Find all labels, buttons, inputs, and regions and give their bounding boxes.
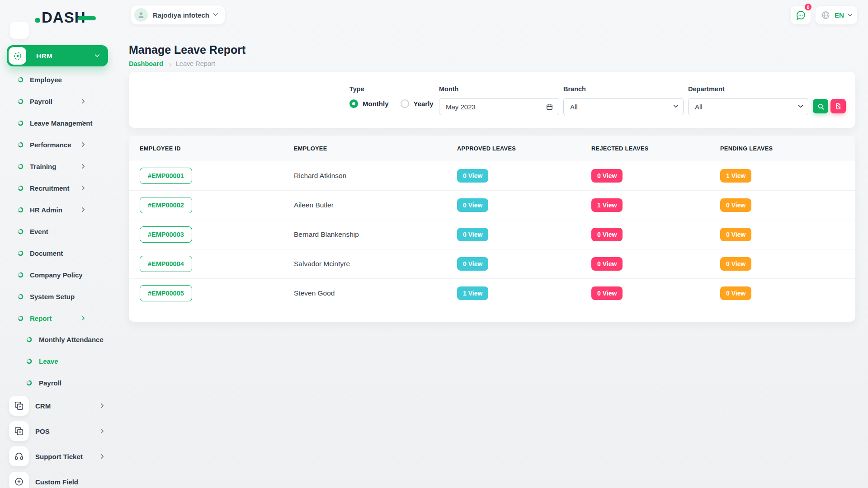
sidebar-item-system-setup[interactable]: System Setup: [0, 286, 116, 307]
chevron-down-icon: [798, 103, 803, 108]
table-row: #EMP00003 Bernard Blankenship 0 View 0 V…: [129, 220, 855, 249]
approved-leaves-view-badge[interactable]: 0 View: [457, 228, 488, 241]
hrm-module-icon: [13, 51, 23, 61]
sidebar-item-label: Monthly Attendance: [39, 336, 104, 343]
chevron-right-icon: [99, 403, 104, 408]
file-off-icon: [835, 103, 842, 110]
messages-button[interactable]: 0: [791, 6, 811, 24]
type-radio-group: Monthly Yearly: [349, 99, 445, 108]
table-row: #EMP00004 Salvador Mcintyre 0 View 0 Vie…: [129, 249, 855, 279]
approved-leaves-view-badge[interactable]: 0 View: [457, 257, 488, 271]
sidebar-app-label: Custom Field: [35, 478, 78, 486]
sidebar-item-payroll[interactable]: Payroll: [0, 90, 116, 112]
reset-filter-button[interactable]: [830, 99, 846, 113]
sidebar-app-label: POS: [35, 427, 50, 435]
approved-leaves-view-badge[interactable]: 1 View: [457, 286, 488, 300]
bullet-icon: [26, 336, 32, 342]
language-selector[interactable]: EN: [816, 6, 857, 24]
sidebar-subitem-payroll[interactable]: Payroll: [0, 372, 116, 394]
sidebar-app-support-ticket[interactable]: Support Ticket: [0, 446, 116, 467]
pending-leaves-view-badge[interactable]: 0 View: [720, 228, 751, 241]
bullet-icon: [18, 315, 24, 321]
sidebar-root-hrm[interactable]: HRM: [7, 45, 108, 66]
breadcrumb: Dashboard Leave Report: [129, 60, 215, 67]
sidebar-item-label: Report: [30, 314, 52, 322]
sidebar-item-label: Payroll: [30, 98, 52, 105]
windows-stack-icon: [14, 426, 24, 436]
sidebar-app-crm[interactable]: CRM: [0, 395, 116, 417]
sidebar-item-recruitment[interactable]: Recruitment: [0, 177, 116, 199]
sidebar-item-company-policy[interactable]: Company Policy: [0, 264, 116, 286]
employee-id-button[interactable]: #EMP00003: [140, 226, 192, 243]
bullet-icon: [18, 272, 24, 277]
sidebar-item-event[interactable]: Event: [0, 221, 116, 242]
page-title: Manage Leave Report: [129, 43, 245, 56]
employee-id-button[interactable]: #EMP00001: [140, 168, 192, 184]
sidebar-app-label: CRM: [35, 402, 51, 410]
bullet-icon: [18, 293, 24, 299]
department-select[interactable]: All: [688, 98, 808, 115]
sidebar-menu: Employee Payroll Leave Management Perfor…: [0, 69, 116, 329]
company-switcher[interactable]: Rajodiya infotech: [131, 5, 225, 24]
column-header-employee: EMPLOYEE: [294, 145, 457, 152]
company-avatar: [134, 8, 148, 22]
sidebar-app-pos[interactable]: POS: [0, 420, 116, 442]
department-label: Department: [688, 85, 725, 93]
bullet-icon: [18, 163, 24, 169]
table-row: #EMP00005 Steven Good 1 View 0 View 0 Vi…: [129, 279, 855, 308]
sidebar-subitem-monthly-attendance[interactable]: Monthly Attendance: [0, 328, 116, 350]
employee-name: Bernard Blankenship: [294, 230, 457, 239]
rejected-leaves-view-badge[interactable]: 0 View: [591, 257, 623, 271]
language-code: EN: [835, 11, 844, 19]
employee-id-button[interactable]: #EMP00005: [140, 285, 192, 301]
pending-leaves-view-badge[interactable]: 0 View: [720, 286, 751, 300]
chevron-right-icon: [99, 454, 104, 459]
column-header-approved-leaves: APPROVED LEAVES: [457, 145, 591, 152]
sidebar-item-document[interactable]: Document: [0, 242, 116, 264]
sidebar-item-label: Event: [30, 228, 48, 235]
pending-leaves-view-badge[interactable]: 0 View: [720, 257, 751, 271]
sidebar-item-training[interactable]: Training: [0, 155, 116, 177]
search-button[interactable]: [813, 99, 828, 113]
rejected-leaves-view-badge[interactable]: 1 View: [591, 198, 623, 212]
hrm-label: HRM: [36, 52, 52, 60]
branch-value: All: [570, 103, 674, 111]
chevron-right-icon: [80, 207, 85, 212]
employee-id-button[interactable]: #EMP00002: [140, 197, 192, 213]
bullet-icon: [18, 98, 24, 104]
radio-yearly-label: Yearly: [414, 100, 434, 108]
pending-leaves-view-badge[interactable]: 0 View: [720, 198, 751, 212]
breadcrumb-dashboard-link[interactable]: Dashboard: [129, 60, 163, 67]
user-icon: [136, 10, 146, 20]
headset-icon: [14, 451, 24, 461]
sidebar-item-leave-management[interactable]: Leave Management: [0, 112, 116, 134]
month-input[interactable]: May 2023: [439, 98, 559, 115]
month-value: May 2023: [446, 103, 546, 111]
sidebar-item-report[interactable]: Report: [0, 307, 116, 329]
sidebar-subitem-leave[interactable]: Leave: [0, 350, 116, 372]
hrm-icon-box: [9, 47, 26, 65]
filter-card: Type Monthly Yearly Month May 2023 Branc…: [129, 72, 855, 128]
rejected-leaves-view-badge[interactable]: 0 View: [591, 228, 623, 241]
sidebar-item-performance[interactable]: Performance: [0, 134, 116, 155]
rejected-leaves-view-badge[interactable]: 0 View: [591, 169, 623, 183]
rejected-leaves-view-badge[interactable]: 0 View: [591, 286, 623, 300]
sidebar-item-label: Leave: [39, 357, 58, 365]
column-header-employee-id: EMPLOYEE ID: [140, 145, 294, 152]
custom-field-icon-box: [9, 472, 29, 488]
approved-leaves-view-badge[interactable]: 0 View: [457, 169, 488, 183]
sidebar-item-hr-admin[interactable]: HR Admin: [0, 199, 116, 221]
radio-monthly[interactable]: [349, 99, 358, 108]
pending-leaves-view-badge[interactable]: 1 View: [720, 169, 751, 183]
bullet-icon: [26, 358, 32, 364]
chat-bubble-icon: [795, 10, 806, 21]
search-icon: [817, 103, 825, 110]
sidebar-app-custom-field[interactable]: Custom Field: [0, 471, 116, 488]
brand-logo[interactable]: DASH: [35, 9, 96, 26]
approved-leaves-view-badge[interactable]: 0 View: [457, 198, 488, 212]
chevron-right-icon: [80, 99, 85, 103]
radio-yearly[interactable]: [401, 99, 409, 108]
branch-select[interactable]: All: [563, 98, 684, 115]
employee-id-button[interactable]: #EMP00004: [140, 256, 192, 272]
sidebar-item-employee[interactable]: Employee: [0, 69, 116, 90]
